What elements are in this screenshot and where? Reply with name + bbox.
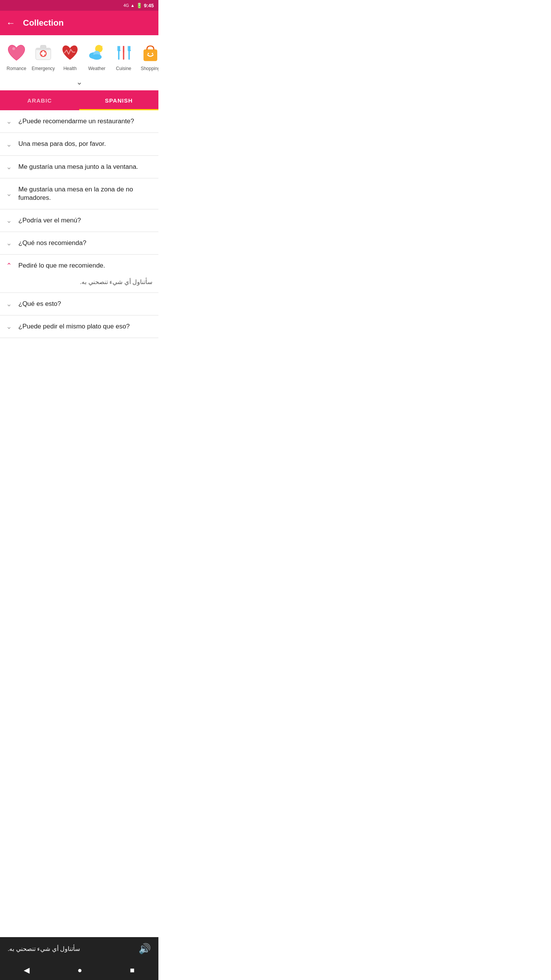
category-emergency[interactable]: Emergency (30, 40, 57, 73)
svg-rect-22 (128, 50, 131, 51)
svg-rect-6 (36, 48, 51, 50)
weather-icon (86, 42, 107, 63)
phrase-chevron-2[interactable]: ⌄ (6, 140, 14, 149)
tab-arabic[interactable]: ARABIC (0, 90, 79, 110)
time-label: 9:45 (144, 3, 154, 8)
phrase-row-9[interactable]: ⌄ ¿Puede pedir el mismo plato que eso? (0, 315, 158, 338)
cuisine-label: Cuisine (116, 66, 131, 71)
expand-row: ⌄ (0, 75, 158, 90)
romance-icon-wrap (5, 41, 28, 64)
phrase-text-3: Me gustaría una mesa junto a la ventana. (18, 163, 138, 171)
category-weather[interactable]: Weather (83, 40, 110, 73)
phrase-chevron-5[interactable]: ⌄ (6, 216, 14, 225)
phrase-chevron-4[interactable]: ⌄ (6, 189, 14, 198)
shopping-icon-wrap (139, 41, 158, 64)
phrase-item-8: ⌄ ¿Qué es esto? (0, 293, 158, 315)
health-icon (60, 42, 80, 63)
phrase-text-1: ¿Puede recomendarme un restaurante? (18, 117, 134, 126)
phrase-item-2: ⌄ Una mesa para dos, por favor. (0, 133, 158, 155)
phrase-text-9: ¿Puede pedir el mismo plato que eso? (18, 322, 130, 331)
status-bar: 4G ▲ 🔋 9:45 (0, 0, 158, 11)
svg-rect-5 (41, 52, 46, 54)
svg-rect-14 (118, 46, 120, 60)
phrase-text-7: Pediré lo que me recomiende. (18, 261, 105, 270)
phrase-text-2: Una mesa para dos, por favor. (18, 140, 106, 148)
phrase-item-1: ⌄ ¿Puede recomendarme un restaurante? (0, 110, 158, 133)
cuisine-icon (113, 42, 134, 63)
romance-icon (6, 42, 27, 63)
svg-rect-23 (143, 49, 157, 61)
svg-point-24 (148, 53, 149, 54)
phrase-row-4[interactable]: ⌄ Me gustaría una mesa en la zona de no … (0, 178, 158, 209)
phrase-chevron-8[interactable]: ⌄ (6, 300, 14, 308)
network-label: 4G (123, 3, 129, 8)
svg-point-0 (12, 47, 15, 50)
shopping-label: Shopping (141, 66, 158, 71)
cuisine-icon-wrap (112, 41, 135, 64)
phrase-chevron-1[interactable]: ⌄ (6, 117, 14, 126)
phrase-item-6: ⌄ ¿Qué nos recomienda? (0, 232, 158, 255)
emergency-icon-wrap (32, 41, 55, 64)
phrase-row-3[interactable]: ⌄ Me gustaría una mesa junto a la ventan… (0, 156, 158, 178)
phrase-item-9: ⌄ ¿Puede pedir el mismo plato que eso? (0, 315, 158, 338)
phrase-item-5: ⌄ ¿Podría ver el menú? (0, 209, 158, 232)
category-health[interactable]: Health (57, 40, 83, 73)
expand-chevron[interactable]: ⌄ (76, 77, 83, 87)
svg-rect-20 (128, 46, 129, 51)
weather-label: Weather (88, 66, 105, 71)
battery-icon: 🔋 (136, 3, 142, 8)
svg-rect-17 (118, 50, 121, 51)
tab-spanish[interactable]: SPANISH (79, 90, 158, 110)
phrase-row-1[interactable]: ⌄ ¿Puede recomendarme un restaurante? (0, 110, 158, 132)
svg-point-25 (152, 53, 153, 54)
phrase-text-6: ¿Qué nos recomienda? (18, 239, 86, 247)
tab-arabic-label: ARABIC (27, 97, 52, 104)
phrase-text-5: ¿Podría ver el menú? (18, 216, 81, 225)
svg-rect-19 (129, 46, 130, 60)
signal-icon: ▲ (130, 3, 135, 8)
category-shopping[interactable]: Shopping (137, 40, 158, 73)
phrase-item-3: ⌄ Me gustaría una mesa junto a la ventan… (0, 156, 158, 178)
emergency-label: Emergency (32, 66, 55, 71)
phrase-chevron-9[interactable]: ⌄ (6, 322, 14, 331)
phrase-item-4: ⌄ Me gustaría una mesa en la zona de no … (0, 178, 158, 209)
phrase-item-7: ⌃ Pediré lo que me recomiende. سأتناول أ… (0, 255, 158, 293)
category-cuisine[interactable]: Cuisine (110, 40, 137, 73)
phrase-row-7[interactable]: ⌃ Pediré lo que me recomiende. (0, 255, 158, 277)
svg-rect-15 (117, 46, 118, 51)
phrase-chevron-7[interactable]: ⌃ (6, 261, 14, 270)
status-icons: 4G ▲ 🔋 9:45 (123, 3, 154, 8)
phrase-row-8[interactable]: ⌄ ¿Qué es esto? (0, 293, 158, 315)
phrase-text-8: ¿Qué es esto? (18, 300, 61, 308)
weather-icon-wrap (85, 41, 108, 64)
phrase-row-5[interactable]: ⌄ ¿Podría ver el menú? (0, 209, 158, 232)
health-icon-wrap (59, 41, 82, 64)
romance-label: Romance (7, 66, 26, 71)
back-button[interactable]: ← (6, 18, 15, 28)
svg-rect-16 (119, 46, 120, 51)
shopping-icon (140, 42, 158, 63)
phrase-row-2[interactable]: ⌄ Una mesa para dos, por favor. (0, 133, 158, 155)
svg-rect-21 (130, 46, 130, 51)
phrase-chevron-3[interactable]: ⌄ (6, 163, 14, 171)
phrase-translation-7: سأتناول أي شيء تنصحني به. (0, 277, 158, 292)
language-tabs: ARABIC SPANISH (0, 90, 158, 110)
phrase-text-4: Me gustaría una mesa en la zona de no fu… (18, 185, 152, 202)
category-row: Romance Emergency Health (0, 35, 158, 75)
phrase-chevron-6[interactable]: ⌄ (6, 239, 14, 247)
svg-point-13 (92, 54, 101, 60)
page-title: Collection (23, 18, 64, 28)
phrase-list: ⌄ ¿Puede recomendarme un restaurante? ⌄ … (0, 110, 158, 384)
emergency-icon (33, 42, 54, 63)
health-label: Health (64, 66, 77, 71)
app-bar: ← Collection (0, 11, 158, 35)
category-romance[interactable]: Romance (3, 40, 30, 73)
tab-spanish-label: SPANISH (105, 97, 133, 104)
phrase-row-6[interactable]: ⌄ ¿Qué nos recomienda? (0, 232, 158, 254)
